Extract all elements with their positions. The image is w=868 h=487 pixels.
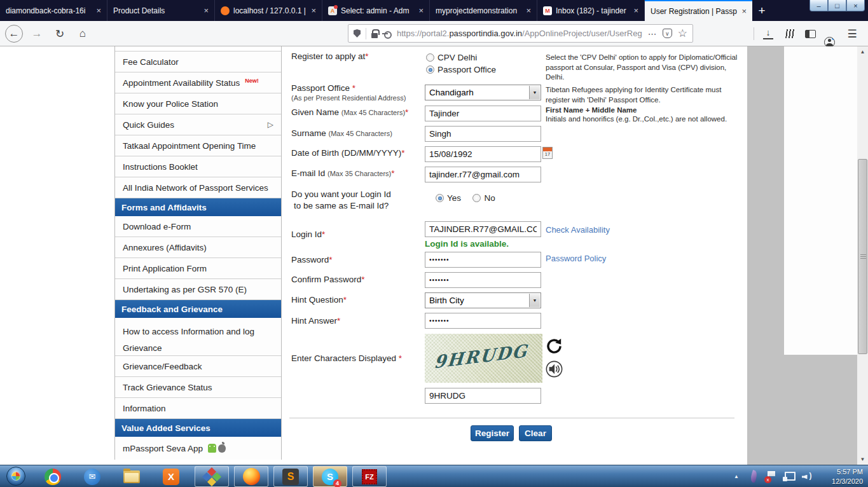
sidebar-item-know-police-station[interactable]: Know your Police Station	[115, 93, 281, 114]
url-text[interactable]: https://portal2.passportindia.gov.in/App…	[397, 29, 642, 38]
sidebars-button[interactable]	[805, 30, 816, 38]
login-id-input[interactable]	[425, 221, 541, 237]
chevron-down-icon[interactable]: ▼	[529, 294, 540, 307]
password-policy-link[interactable]: Password Policy	[546, 254, 606, 263]
tab-myproject[interactable]: myprojectdemonstration ×	[430, 0, 537, 21]
tab-close-icon[interactable]: ×	[741, 6, 747, 16]
tab-close-icon[interactable]: ×	[96, 6, 101, 15]
reload-button[interactable]: ↻	[51, 25, 69, 43]
scroll-up-arrow[interactable]: ▲	[857, 46, 868, 57]
sidebar-item-track-grievance[interactable]: Track Grievance Status	[115, 377, 281, 398]
close-button[interactable]: ×	[846, 0, 865, 11]
taskbar-skype-button[interactable]: S4	[313, 466, 347, 487]
tab-close-icon[interactable]: ×	[418, 6, 424, 15]
sidebar-item-annexures[interactable]: Annexures (Affidavits)	[115, 237, 281, 258]
passport-office-radio[interactable]	[426, 65, 434, 74]
sidebar-item-mpassport-app[interactable]: mPassport Seva App	[115, 437, 281, 460]
captcha-audio-button[interactable]	[546, 360, 563, 378]
taskbar-filezilla-button[interactable]: FZ	[352, 466, 387, 487]
permission-key-icon[interactable]	[382, 31, 392, 36]
hint-answer-input[interactable]	[425, 313, 541, 329]
taskbar-chrome-button[interactable]	[36, 466, 70, 487]
taskbar-xampp-button[interactable]: X	[154, 466, 188, 487]
tab-user-registration-active[interactable]: User Registration | Passp ×	[645, 0, 752, 21]
taskbar-sublime-button[interactable]: S	[273, 466, 308, 487]
page-actions-more-button[interactable]: ⋯	[648, 29, 657, 39]
sidebar-item-tatkaal-opening[interactable]: Tatkaal Appointment Opening Time	[115, 135, 281, 156]
network-tray-icon[interactable]	[780, 465, 797, 487]
sidebar-item-print-application[interactable]: Print Application Form	[115, 258, 281, 279]
scroll-down-arrow[interactable]: ▼	[857, 454, 868, 465]
tab-gmail-inbox[interactable]: M Inbox (182) - tajinder ×	[537, 0, 645, 21]
sidebar-item-label: Know your Police Station	[123, 99, 218, 109]
sidebar-item-undertaking-gsr[interactable]: Undertaking as per GSR 570 (E)	[115, 279, 281, 300]
cpv-delhi-radio[interactable]	[426, 53, 434, 62]
passport-office-select[interactable]: Chandigarh▼	[425, 85, 541, 100]
menu-button[interactable]: ☰	[843, 25, 861, 43]
tab-localhost[interactable]: localhost / 127.0.0.1 | ×	[215, 0, 322, 21]
surname-input[interactable]	[425, 126, 541, 142]
check-availability-link[interactable]: Check Availability	[546, 225, 610, 235]
url-bar[interactable]: https://portal2.passportindia.gov.in/App…	[348, 24, 693, 43]
library-button[interactable]	[785, 29, 795, 38]
chevron-down-icon[interactable]: ▼	[529, 86, 540, 99]
restore-button[interactable]: □	[828, 0, 846, 11]
tab-phpmyadmin[interactable]: A Select: admin - Adm ×	[322, 0, 430, 21]
taskbar-thunderbird-button[interactable]: ✉	[75, 466, 109, 487]
dob-input[interactable]	[425, 146, 541, 162]
register-button[interactable]: Register	[471, 425, 514, 441]
login-same-no-radio[interactable]	[472, 194, 481, 202]
sidebar-item-information[interactable]: Information	[115, 398, 281, 419]
captcha-image: 9HRUDG	[425, 334, 542, 383]
sidebar-item-all-india-network[interactable]: All India Network of Passport Services	[115, 177, 281, 198]
no-label: No	[484, 193, 495, 203]
sidebar-item-instructions-booklet[interactable]: Instructions Booklet	[115, 156, 281, 177]
minimize-button[interactable]: –	[809, 0, 828, 11]
given-name-input[interactable]	[425, 106, 541, 121]
tab-close-icon[interactable]: ×	[203, 6, 209, 15]
calendar-icon[interactable]: 17	[542, 147, 553, 159]
sidebar-item-fee-calculator[interactable]: Fee Calculator	[115, 51, 281, 72]
tab-close-icon[interactable]: ×	[311, 6, 316, 15]
sidebar-item-access-information[interactable]: How to access Information and log Grieva…	[115, 318, 281, 356]
captcha-refresh-button[interactable]	[546, 338, 563, 355]
bookmark-star-button[interactable]: ☆	[678, 27, 687, 40]
taskbar-firefox-button[interactable]	[234, 466, 268, 487]
url-scheme: https://portal2.	[397, 29, 449, 38]
tab-diamondback[interactable]: diamondback-cobra-16i ×	[0, 0, 107, 21]
scrollbar-thumb[interactable]	[858, 159, 867, 354]
tracking-shield-icon[interactable]	[354, 29, 361, 38]
taskbar-explorer-button[interactable]	[114, 466, 149, 487]
lock-icon[interactable]	[371, 33, 378, 38]
volume-tray-icon[interactable]	[799, 465, 815, 487]
back-button[interactable]: ←	[5, 25, 23, 43]
sidebar-item-quick-guides[interactable]: Quick Guides▷	[115, 114, 281, 135]
email-input[interactable]	[425, 167, 541, 182]
hint-question-select[interactable]: Birth City▼	[425, 292, 541, 308]
sidebar-item-appointment-availability[interactable]: Appointment Availability StatusNew!	[115, 72, 281, 93]
tab-close-icon[interactable]: ×	[633, 6, 638, 15]
tray-expand-button[interactable]: ▲	[729, 465, 743, 487]
xampp-favicon-icon	[221, 6, 230, 15]
page-scrollbar[interactable]: ▲ ▼	[857, 46, 868, 465]
filezilla-icon: FZ	[362, 469, 377, 484]
clear-button[interactable]: Clear	[519, 425, 552, 441]
password-input[interactable]	[425, 252, 541, 268]
captcha-input[interactable]	[425, 388, 541, 404]
sidebar-item-grievance-feedback[interactable]: Grievance/Feedback	[115, 356, 281, 377]
new-tab-button[interactable]: +	[752, 0, 771, 21]
start-button[interactable]	[6, 467, 25, 486]
pocket-button[interactable]: ∨	[663, 29, 672, 38]
taskbar-design-app-button[interactable]	[195, 466, 229, 487]
openoffice-tray-icon[interactable]	[746, 465, 761, 487]
downloads-button[interactable]: ↓	[763, 27, 773, 39]
home-button[interactable]: ⌂	[74, 25, 92, 43]
action-center-icon[interactable]: x	[764, 465, 779, 487]
tab-product-details[interactable]: Product Details ×	[107, 0, 215, 21]
login-same-yes-radio[interactable]	[436, 194, 444, 202]
forward-button[interactable]: →	[28, 25, 46, 43]
taskbar-clock[interactable]: 5:57 PM 12/3/2020	[823, 465, 865, 487]
confirm-password-input[interactable]	[425, 272, 541, 288]
sidebar-item-download-eform[interactable]: Download e-Form	[115, 216, 281, 237]
tab-close-icon[interactable]: ×	[526, 6, 531, 15]
